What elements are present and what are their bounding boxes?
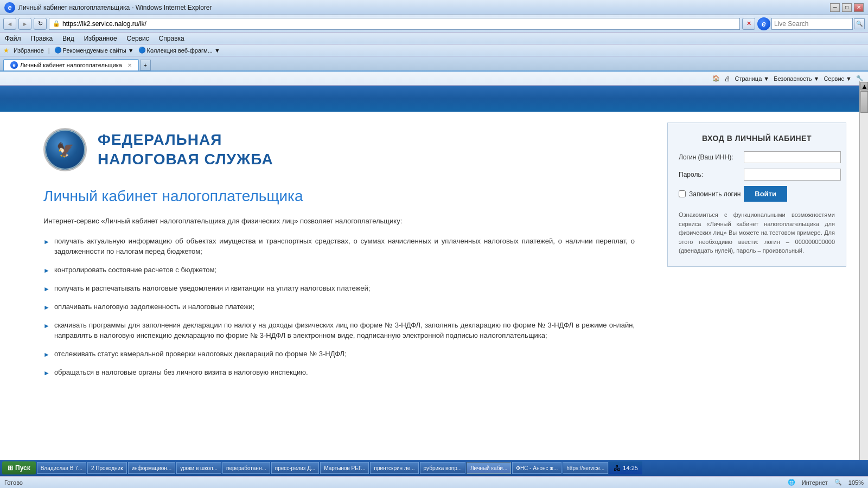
- menu-tools[interactable]: Сервис: [125, 34, 151, 43]
- org-name: ФЕДЕРАЛЬНАЯ НАЛОГОВАЯ СЛУЖБА: [98, 130, 273, 170]
- list-item: ► получать и распечатывать налоговые уве…: [43, 283, 635, 294]
- demo-description: Ознакомиться с функциональными возможнос…: [679, 210, 835, 255]
- menu-edit[interactable]: Правка: [29, 34, 55, 43]
- close-button[interactable]: ✕: [854, 3, 864, 12]
- list-item: ► получать актуальную информацию об объе…: [43, 236, 635, 257]
- menu-view[interactable]: Вид: [61, 34, 76, 43]
- tab-ie-icon: e: [10, 61, 18, 69]
- refresh-button[interactable]: ↻: [34, 18, 47, 30]
- minimize-button[interactable]: ─: [830, 3, 840, 12]
- bullet-text-4: скачивать программы для заполнения декла…: [54, 320, 635, 341]
- bullet-text-6: обращаться в налоговые органы без личног…: [54, 367, 308, 378]
- list-item: ► отслеживать статус камеральной проверк…: [43, 349, 635, 359]
- features-list: ► получать актуальную информацию об объе…: [43, 236, 635, 378]
- lock-icon: 🔒: [53, 20, 60, 27]
- login-panel: ВХОД В ЛИЧНЫЙ КАБИНЕТ Логин (Ваш ИНН): П…: [667, 123, 846, 267]
- menu-help[interactable]: Справка: [157, 34, 186, 43]
- list-item: ► контролировать состояние расчетов с бю…: [43, 265, 635, 275]
- remember-label: Запомнить логин: [689, 190, 741, 198]
- menu-file[interactable]: Файл: [3, 34, 23, 43]
- tab-title: Личный кабинет налогоплательщика: [20, 62, 122, 68]
- login-label: Логин (Ваш ИНН):: [679, 153, 744, 161]
- window-title: Личный кабинет налогоплательщика - Windo…: [18, 4, 212, 11]
- list-item: ► обращаться в налоговые органы без личн…: [43, 367, 635, 378]
- bullet-arrow-icon: ►: [43, 321, 50, 331]
- service-menu[interactable]: Сервис ▼: [824, 75, 852, 82]
- password-label: Пароль:: [679, 171, 744, 178]
- bullet-arrow-icon: ►: [43, 284, 50, 294]
- bullet-arrow-icon: ►: [43, 237, 50, 247]
- login-button[interactable]: Войти: [744, 186, 787, 202]
- forward-button[interactable]: ►: [18, 18, 31, 30]
- new-tab-button[interactable]: +: [140, 60, 151, 70]
- home-icon[interactable]: 🏠: [712, 75, 720, 82]
- menu-bar: Файл Правка Вид Избранное Сервис Справка: [0, 33, 868, 44]
- page-menu[interactable]: Страница ▼: [735, 75, 769, 82]
- favorites-icon-1: 🔵: [54, 47, 62, 54]
- search-input[interactable]: [774, 20, 850, 28]
- list-item: ► скачивать программы для заполнения дек…: [43, 320, 635, 341]
- active-tab[interactable]: e Личный кабинет налогоплательщика ✕: [3, 59, 139, 70]
- tab-bar: e Личный кабинет налогоплательщика ✕ +: [0, 56, 868, 72]
- url-input[interactable]: [62, 20, 736, 28]
- bullet-text-2: получать и распечатывать налоговые уведо…: [54, 283, 370, 294]
- eagle-icon: 🦅: [56, 142, 74, 158]
- org-name-line1: ФЕДЕРАЛЬНАЯ: [98, 130, 273, 150]
- login-input[interactable]: [744, 151, 841, 163]
- favorites-bar: ★ Избранное | 🔵 Рекомендуемые сайты ▼ 🔵 …: [0, 44, 868, 56]
- password-field-row: Пароль:: [679, 169, 835, 181]
- toolbar-right: 🏠 🖨 Страница ▼ Безопасность ▼ Сервис ▼ 🔧: [712, 75, 864, 82]
- secondary-toolbar: 🏠 🖨 Страница ▼ Безопасность ▼ Сервис ▼ 🔧: [0, 72, 868, 86]
- menu-favorites[interactable]: Избранное: [82, 34, 119, 43]
- list-item: ► оплачивать налоговую задолженность и н…: [43, 301, 635, 312]
- favorites-icon-2: 🔵: [138, 47, 146, 54]
- site-header-banner: [0, 86, 868, 112]
- search-button[interactable]: 🔍: [854, 18, 865, 29]
- remember-checkbox[interactable]: [679, 190, 686, 197]
- window-controls: ─ □ ✕: [830, 3, 864, 12]
- favorites-label-1: Рекомендуемые сайты ▼: [63, 47, 134, 54]
- content-left: 🦅 ФЕДЕРАЛЬНАЯ НАЛОГОВАЯ СЛУЖБА Личный ка…: [0, 112, 656, 396]
- favorites-sep: |: [48, 47, 50, 54]
- bullet-text-3: оплачивать налоговую задолженность и нал…: [54, 301, 254, 312]
- print-icon[interactable]: 🖨: [724, 75, 730, 82]
- fns-logo: 🦅: [43, 128, 87, 171]
- bullet-arrow-icon: ►: [43, 303, 50, 312]
- favorites-item-0[interactable]: Избранное: [14, 47, 44, 54]
- logo-inner: 🦅: [45, 130, 85, 170]
- favorites-item-1[interactable]: 🔵 Рекомендуемые сайты ▼: [54, 47, 134, 54]
- back-button[interactable]: ◄: [3, 18, 16, 30]
- bullet-arrow-icon: ►: [43, 368, 50, 378]
- browser-navbar: ◄ ► ↻ 🔒 ✕ e 🔍: [0, 15, 868, 33]
- favorites-star-icon: ★: [3, 47, 9, 54]
- page-title: Личный кабинет налогоплательщика: [43, 188, 635, 205]
- scrollbar-track[interactable]: ▲: [859, 81, 868, 396]
- site-description: Интернет-сервис «Личный кабинет налогопл…: [43, 216, 635, 227]
- bullet-arrow-icon: ►: [43, 350, 50, 359]
- password-input[interactable]: [744, 169, 841, 181]
- org-name-line2: НАЛОГОВАЯ СЛУЖБА: [98, 150, 273, 169]
- bullet-arrow-icon: ►: [43, 266, 50, 275]
- search-bar[interactable]: [771, 18, 853, 30]
- favorites-label-2: Коллекция веб-фрагм... ▼: [147, 47, 220, 54]
- logo-section: 🦅 ФЕДЕРАЛЬНАЯ НАЛОГОВАЯ СЛУЖБА: [43, 128, 635, 171]
- main-content: 🦅 ФЕДЕРАЛЬНАЯ НАЛОГОВАЯ СЛУЖБА Личный ка…: [0, 112, 868, 396]
- ie-search-logo: e: [757, 17, 770, 30]
- login-field-row: Логин (Ваш ИНН):: [679, 151, 835, 163]
- ie-logo: e: [4, 2, 15, 13]
- browser-titlebar: e Личный кабинет налогоплательщика - Win…: [0, 0, 868, 15]
- scrollbar-thumb[interactable]: [860, 91, 868, 113]
- scrollbar-up-button[interactable]: ▲: [860, 82, 868, 91]
- stop-button[interactable]: ✕: [742, 18, 755, 30]
- tab-close-icon[interactable]: ✕: [127, 62, 132, 68]
- security-menu[interactable]: Безопасность ▼: [774, 75, 819, 82]
- favorites-label-0: Избранное: [14, 47, 44, 54]
- bullet-text-0: получать актуальную информацию об объект…: [54, 236, 635, 257]
- address-bar[interactable]: 🔒: [49, 18, 740, 30]
- bullet-text-5: отслеживать статус камеральной проверки …: [54, 349, 347, 359]
- login-panel-title: ВХОД В ЛИЧНЫЙ КАБИНЕТ: [679, 134, 835, 143]
- remember-row: Запомнить логин Войти: [679, 186, 835, 202]
- bullet-text-1: контролировать состояние расчетов с бюдж…: [54, 265, 216, 275]
- favorites-item-2[interactable]: 🔵 Коллекция веб-фрагм... ▼: [138, 47, 220, 54]
- restore-button[interactable]: □: [842, 3, 852, 12]
